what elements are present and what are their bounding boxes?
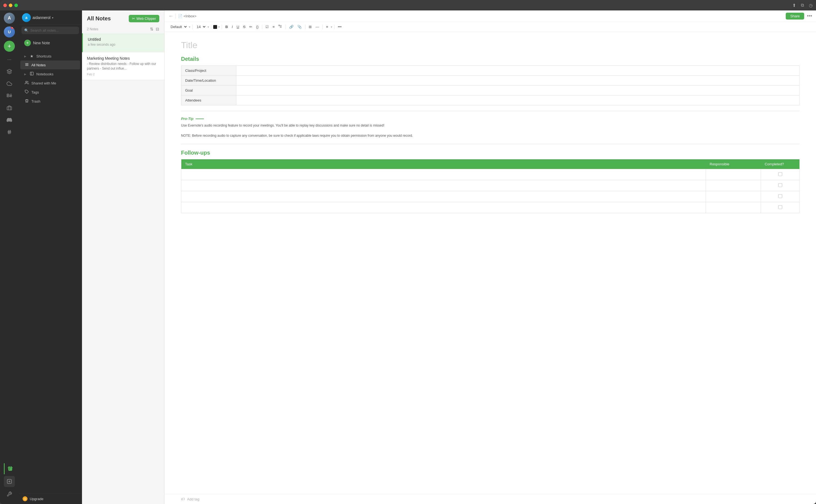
more-options-button[interactable]: •••: [807, 13, 812, 19]
svg-text:1: 1: [279, 25, 280, 26]
sidebar-item-all-notes[interactable]: All Notes: [20, 61, 80, 69]
new-note-label: New Note: [33, 41, 50, 45]
sidebar-avatar[interactable]: a: [22, 13, 31, 22]
sidebar-item-shared[interactable]: Shared with Me: [20, 79, 80, 87]
task-cell-4[interactable]: [181, 202, 706, 213]
color-chevron: ▾: [218, 25, 220, 29]
hr-button[interactable]: —: [314, 24, 321, 30]
share-icon[interactable]: ⬆: [792, 3, 796, 8]
datetime-value[interactable]: [236, 76, 799, 86]
rail-wrench-icon[interactable]: [4, 489, 15, 500]
goal-value[interactable]: [236, 86, 799, 95]
rail-discord-icon[interactable]: [4, 114, 15, 125]
attendees-value[interactable]: [236, 95, 799, 105]
task-cell-3[interactable]: [181, 191, 706, 202]
rail-new-button[interactable]: +: [4, 41, 15, 52]
table-button[interactable]: ⊞: [307, 24, 313, 30]
rail-add-icon[interactable]: [4, 476, 15, 487]
rail-cloud-icon[interactable]: [4, 78, 15, 89]
align-button[interactable]: ≡: [325, 24, 330, 30]
checkbox-3[interactable]: [778, 194, 782, 198]
notebooks-icon: [29, 72, 34, 76]
trash-icon: [24, 99, 29, 104]
bold-button[interactable]: B: [224, 24, 229, 30]
rail-ellipsis-icon[interactable]: ···: [4, 54, 15, 65]
code-button[interactable]: {}: [255, 24, 260, 30]
minimize-button[interactable]: [9, 4, 12, 7]
rail-evernote-icon[interactable]: [4, 463, 15, 474]
responsible-cell-3[interactable]: [706, 191, 761, 202]
checkbox-1[interactable]: [778, 172, 782, 176]
completed-cell-1[interactable]: [761, 169, 799, 180]
fmt-sep-1: [192, 25, 193, 29]
fmt-sep-5: [286, 25, 286, 29]
followups-heading: Follow-ups: [181, 150, 799, 156]
highlight-button[interactable]: ✏: [248, 24, 254, 30]
note-date-marketing: Feb 2: [87, 73, 159, 76]
editor-panel: ← 📄 <Inbox> Share ••• Default ▾: [165, 10, 816, 504]
align-chevron: ▾: [331, 25, 332, 29]
sidebar-item-tags[interactable]: Tags: [20, 88, 80, 97]
font-size-select[interactable]: 14: [195, 24, 206, 30]
bullet-list-button[interactable]: ≡: [271, 24, 276, 30]
class-project-value[interactable]: [236, 66, 799, 76]
sidebar-item-notebooks[interactable]: ▶ Notebooks: [20, 70, 80, 78]
web-clipper-button[interactable]: ✂ Web Clipper: [129, 15, 159, 22]
rail-briefcase-icon[interactable]: [4, 102, 15, 113]
note-item-untitled[interactable]: Untitled a few seconds ago: [82, 33, 164, 52]
search-input[interactable]: [30, 28, 76, 32]
clock-icon[interactable]: ◷: [809, 3, 813, 8]
text-color-swatch[interactable]: [213, 25, 217, 29]
task-cell-1[interactable]: [181, 169, 706, 180]
web-clipper-icon: ✂: [132, 17, 135, 21]
layers-icon[interactable]: ⧉: [801, 3, 804, 8]
completed-header: Completed?: [761, 159, 799, 169]
completed-cell-4[interactable]: [761, 202, 799, 213]
app-window: ⬆ ⧉ ◷ A U 98 + ···: [0, 0, 816, 504]
add-tag-label[interactable]: Add tag: [187, 497, 199, 501]
ordered-list-button[interactable]: 1: [277, 24, 284, 30]
responsible-cell-2[interactable]: [706, 180, 761, 191]
share-button[interactable]: Share: [786, 13, 804, 20]
notes-list-header: All Notes ✂ Web Clipper: [82, 10, 164, 25]
underline-button[interactable]: U: [235, 24, 240, 30]
more-format-button[interactable]: •••: [336, 24, 343, 30]
responsible-cell-4[interactable]: [706, 202, 761, 213]
maximize-button[interactable]: [14, 4, 18, 7]
rail-layers-icon[interactable]: [4, 66, 15, 77]
rail-hashtag-icon[interactable]: [4, 127, 15, 138]
table-row: [181, 169, 799, 180]
cloud-icon: [7, 81, 12, 86]
user-avatar[interactable]: A: [4, 13, 15, 24]
checkbox-button[interactable]: ☑: [264, 24, 270, 30]
checkbox-4[interactable]: [778, 205, 782, 209]
task-header: Task: [181, 159, 706, 169]
note-title-input[interactable]: [181, 40, 799, 50]
notification-badge: 98: [11, 26, 15, 29]
sidebar-item-trash[interactable]: Trash: [20, 97, 80, 106]
new-note-button[interactable]: + New Note: [20, 37, 80, 48]
checkbox-2[interactable]: [778, 183, 782, 187]
secondary-avatar[interactable]: U 98: [4, 26, 15, 37]
sort-button[interactable]: ⇅: [150, 27, 154, 32]
rail-behance-icon[interactable]: Bē: [4, 90, 15, 101]
pro-tip-text-2: NOTE: Before recording audio to capture …: [181, 133, 799, 138]
titlebar: ⬆ ⧉ ◷: [0, 0, 816, 10]
upgrade-footer[interactable]: ⊙ Upgrade: [19, 493, 82, 504]
strikethrough-button[interactable]: S: [242, 24, 247, 30]
attachment-button[interactable]: 📎: [296, 24, 303, 30]
back-icon[interactable]: ←: [168, 13, 173, 19]
font-family-select[interactable]: Default: [168, 24, 188, 30]
responsible-cell-1[interactable]: [706, 169, 761, 180]
user-menu-chevron[interactable]: ▾: [52, 16, 53, 19]
link-button[interactable]: 🔗: [288, 24, 295, 30]
task-cell-2[interactable]: [181, 180, 706, 191]
sidebar-item-shortcuts[interactable]: ▶ ★ Shortcuts: [20, 52, 80, 60]
completed-cell-3[interactable]: [761, 191, 799, 202]
italic-button[interactable]: I: [230, 24, 234, 30]
view-button[interactable]: ⊟: [156, 27, 159, 32]
completed-cell-2[interactable]: [761, 180, 799, 191]
close-button[interactable]: [3, 4, 7, 7]
note-item-marketing[interactable]: Marketing Meeting Notes - Review distrib…: [82, 52, 164, 80]
editor-footer: 🏷 Add tag: [165, 494, 816, 504]
